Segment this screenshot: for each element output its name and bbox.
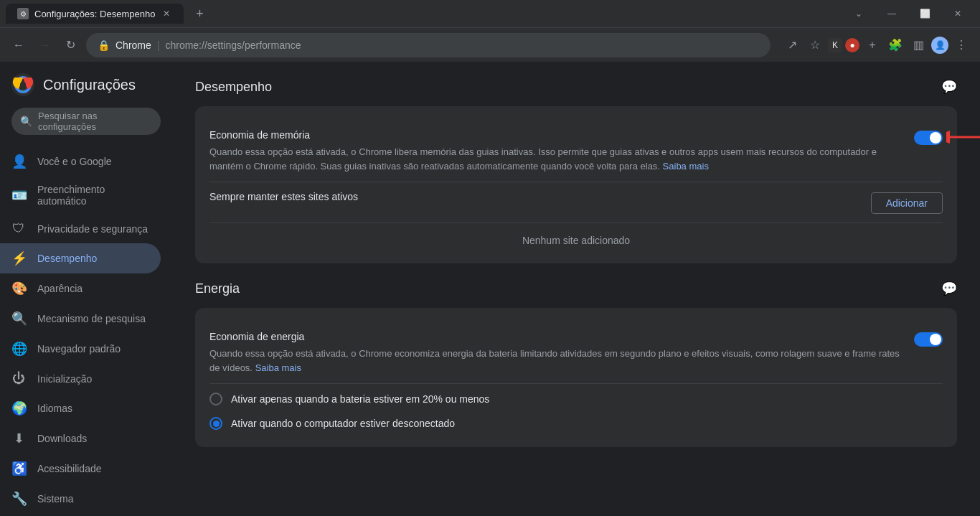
sidebar-item-downloads[interactable]: ⬇ Downloads [0,423,161,454]
toolbar-icons: ↗ ☆ K ● + 🧩 ▥ 👤 ⋮ [782,35,971,55]
sidebar-item-desempenho[interactable]: ⚡ Desempenho [0,243,161,273]
energy-saving-toggle[interactable] [914,332,943,347]
memory-saving-row: Economia de memória Quando essa opção es… [209,121,943,182]
energy-saving-title: Economia de energia [209,331,903,342]
sidebar-toggle-icon[interactable]: ▥ [908,35,928,55]
card-icon: 🪪 [11,187,26,203]
secure-icon: 🔒 [98,39,110,51]
url-path: chrome://settings/performance [165,39,301,51]
tab-favicon: ⚙ [17,8,29,19]
tab-title: Configurações: Desempenho [34,9,155,19]
always-active-text: Sempre manter estes sites ativos [209,191,859,207]
sidebar-item-aparencia[interactable]: 🎨 Aparência [0,273,161,304]
add-extension-icon[interactable]: + [862,35,882,55]
sidebar-item-acessibilidade[interactable]: ♿ Acessibilidade [0,454,161,484]
minimize-button[interactable]: — [875,0,908,27]
energy-card: Economia de energia Quando essa opção es… [195,308,957,447]
energy-toggle-thumb [930,334,941,345]
power-icon: ⏻ [11,371,26,386]
arrow-svg [946,126,980,148]
maximize-button[interactable]: ⬜ [908,0,941,27]
svg-point-2 [20,82,26,88]
energy-radio-group: Ativar apenas quando a bateria estiver e… [209,384,943,433]
energy-saving-row: Economia de energia Quando essa opção es… [209,322,943,384]
sidebar-search-container: 🔍 Pesquisar nas configurações [0,108,172,146]
tab-close-button[interactable]: ✕ [161,8,172,19]
sidebar-item-voce-google[interactable]: 👤 Você e o Google [0,146,161,177]
radio-disconnected[interactable]: Ativar quando o computador estiver desco… [209,417,943,430]
energy-section-title: Energia [195,281,240,296]
address-bar[interactable]: 🔒 Chrome | chrome://settings/performance [86,33,771,57]
performance-card: Economia de memória Quando essa opção es… [195,106,957,263]
sidebar: Configurações 🔍 Pesquisar nas configuraç… [0,62,172,516]
sidebar-item-inicializacao[interactable]: ⏻ Inicialização [0,364,161,393]
performance-section-header: Desempenho 💬 [195,79,957,95]
person-icon: 👤 [11,154,26,169]
profile-avatar[interactable]: 👤 [931,37,948,54]
search-bar[interactable]: 🔍 Pesquisar nas configurações [11,108,161,135]
radio-battery-20[interactable]: Ativar apenas quando a bateria estiver e… [209,393,943,405]
sidebar-item-navegador[interactable]: 🌐 Navegador padrão [0,334,161,364]
search-icon: 🔍 [20,116,32,127]
energy-section-header: Energia 💬 [195,281,957,296]
performance-section-title: Desempenho [195,80,272,95]
add-site-container: Adicionar [871,191,943,214]
adblock-icon[interactable]: ● [845,38,859,52]
performance-info-icon[interactable]: 💬 [941,79,957,95]
extension-puzzle-icon[interactable]: 🧩 [885,35,905,55]
memory-saving-text: Economia de memória Quando essa opção es… [209,129,903,173]
site-name: Chrome [116,39,151,51]
system-icon: 🔧 [11,491,26,507]
memory-learn-more-link[interactable]: Saiba mais [663,161,709,172]
sidebar-title: Configurações [43,77,136,93]
active-tab[interactable]: ⚙ Configurações: Desempenho ✕ [6,4,184,24]
memory-toggle-container [914,129,943,145]
sidebar-item-mecanismo[interactable]: 🔍 Mecanismo de pesquisa [0,304,161,334]
titlebar: ⚙ Configurações: Desempenho ✕ + ⌄ — ⬜ ✕ [0,0,980,27]
refresh-button[interactable]: ↻ [60,35,80,55]
search2-icon: 🔍 [11,311,26,327]
sidebar-item-idiomas[interactable]: 🌍 Idiomas [0,393,161,423]
energy-saving-desc: Quando essa opção está ativada, o Chrome… [209,347,903,375]
back-button[interactable]: ← [9,35,29,55]
always-active-title: Sempre manter estes sites ativos [209,191,859,202]
radio-circle-battery [209,393,222,405]
shield-icon: 🛡 [11,221,26,236]
share-icon[interactable]: ↗ [782,35,802,55]
energy-info-icon[interactable]: 💬 [941,281,957,296]
address-separator: | [157,39,160,51]
empty-sites-state: Nenhum site adicionado [209,223,943,249]
memory-saving-toggle[interactable] [914,131,943,145]
download-icon: ⬇ [11,431,26,446]
paint-icon: 🎨 [11,281,26,296]
energy-learn-more-link[interactable]: Saiba mais [255,362,301,373]
forward-button[interactable]: → [34,35,55,55]
always-active-row: Sempre manter estes sites ativos Adicion… [209,182,943,223]
radio-label-disconnected: Ativar quando o computador estiver desco… [231,418,455,429]
add-site-button[interactable]: Adicionar [871,192,943,214]
energy-toggle-container [914,331,943,347]
kagiext-icon[interactable]: K [828,38,842,52]
content-area: Desempenho 💬 Economia de memória Quando … [172,62,980,516]
radio-label-battery: Ativar apenas quando a bateria estiver e… [231,393,489,405]
bookmark-icon[interactable]: ☆ [805,35,825,55]
sidebar-item-privacidade[interactable]: 🛡 Privacidade e segurança [0,214,161,243]
browser-icon: 🌐 [11,341,26,357]
memory-saving-desc: Quando essa opção está ativada, o Chrome… [209,145,903,173]
toggle-thumb [930,132,941,144]
chrome-logo [11,73,34,96]
memory-saving-title: Economia de memória [209,129,903,141]
sidebar-item-preenchimento[interactable]: 🪪 Preenchimento automático [0,177,161,214]
new-tab-button[interactable]: + [189,4,209,24]
search-placeholder: Pesquisar nas configurações [38,111,152,132]
sidebar-item-sistema[interactable]: 🔧 Sistema [0,484,161,514]
radio-circle-disconnected [209,417,222,430]
addressbar: ← → ↻ 🔒 Chrome | chrome://settings/perfo… [0,27,980,62]
sidebar-header: Configurações [0,67,172,108]
globe-icon: 🌍 [11,400,26,416]
close-button[interactable]: ✕ [941,0,974,27]
energy-saving-text: Economia de energia Quando essa opção es… [209,331,903,375]
performance-icon: ⚡ [11,250,26,266]
menu-icon[interactable]: ⋮ [951,35,971,55]
chevron-down-button[interactable]: ⌄ [842,0,875,27]
